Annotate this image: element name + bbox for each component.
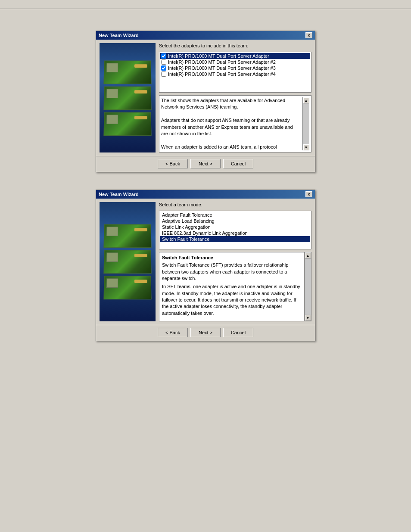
adapter-checkbox-3[interactable] — [161, 65, 166, 71]
dialog-2-cancel-button[interactable]: Cancel — [223, 328, 253, 337]
dialog-1-right-panel: Select the adapters to include in this t… — [159, 43, 311, 152]
card-image-2a — [103, 224, 151, 248]
dialog-2-section-label: Select a team mode: — [159, 202, 311, 207]
scrollbar-down-btn-2[interactable]: ▼ — [305, 315, 311, 321]
dialog-1-next-button[interactable]: Next > — [190, 159, 221, 168]
dialog-2-main-row: Select a team mode: Adapter Fault Tolera… — [100, 202, 311, 321]
sft-para-2: In SFT teams, one adapter is active and … — [162, 283, 302, 317]
adapter-item-4[interactable]: Intel(R) PRO/1000 MT Dual Port Server Ad… — [160, 71, 310, 77]
adapter-item-2[interactable]: Intel(R) PRO/1000 MT Dual Port Server Ad… — [160, 59, 310, 65]
sft-content: Switch Fault Tolerance Switch Fault Tole… — [159, 252, 304, 321]
mode-item-5[interactable]: Switch Fault Tolerance — [160, 236, 310, 242]
card-image-2c — [103, 276, 151, 300]
card-image-2b — [103, 250, 151, 274]
scrollbar-up-btn-2[interactable]: ▲ — [305, 252, 311, 258]
dialog-2-close-button[interactable]: × — [305, 191, 312, 197]
adapter-list: Intel(R) PRO/1000 MT Dual Port Server Ad… — [159, 52, 311, 93]
top-divider — [0, 9, 411, 9]
card-image-2 — [103, 86, 151, 110]
card-stack-1 — [100, 43, 156, 152]
dialog-2-scrollbar: ▲ ▼ — [304, 252, 311, 321]
dialog-1-section-label: Select the adapters to include in this t… — [159, 43, 311, 48]
adapter-label-1: Intel(R) PRO/1000 MT Dual Port Server Ad… — [168, 53, 269, 59]
dialog-2-right-panel: Select a team mode: Adapter Fault Tolera… — [159, 202, 311, 321]
card-image-1 — [103, 60, 151, 84]
dialog-1-titlebar: New Team Wizard × — [96, 31, 315, 40]
adapter-item-1[interactable]: Intel(R) PRO/1000 MT Dual Port Server Ad… — [160, 53, 310, 59]
scrollbar-track-2 — [305, 258, 311, 315]
dialog-2-back-button[interactable]: < Back — [158, 328, 188, 337]
sft-text: Switch Fault Tolerance (SFT) provides a … — [162, 262, 302, 317]
adapter-item-3[interactable]: Intel(R) PRO/1000 MT Dual Port Server Ad… — [160, 65, 310, 71]
mode-item-2[interactable]: Adaptive Load Balancing — [160, 218, 310, 224]
scrollbar-up-btn-1[interactable]: ▲ — [303, 97, 309, 103]
dialog-1-title: New Team Wizard — [99, 33, 139, 38]
dialog-1-content: Select the adapters to include in this t… — [96, 40, 315, 156]
dialog-2-button-row: < Back Next > Cancel — [96, 325, 315, 341]
dialog-1-main-row: Select the adapters to include in this t… — [100, 43, 311, 152]
dialog-2-title: New Team Wizard — [99, 192, 139, 197]
scrollbar-down-btn-1[interactable]: ▼ — [303, 144, 309, 150]
adapter-checkbox-2[interactable] — [161, 59, 166, 65]
mode-item-3[interactable]: Static Link Aggregation — [160, 224, 310, 230]
dialog-2-titlebar: New Team Wizard × — [96, 190, 315, 199]
adapter-label-2: Intel(R) PRO/1000 MT Dual Port Server Ad… — [168, 59, 276, 65]
sft-para-1: Switch Fault Tolerance (SFT) provides a … — [162, 262, 302, 282]
adapter-label-4: Intel(R) PRO/1000 MT Dual Port Server Ad… — [168, 72, 276, 77]
dialog-1: New Team Wizard × Select the adapters to… — [96, 31, 315, 172]
dialog-1-button-row: < Back Next > Cancel — [96, 156, 315, 172]
adapter-checkbox-1[interactable] — [161, 53, 166, 59]
dialog-1-close-button[interactable]: × — [305, 32, 312, 38]
dialog-1-description-box: The list shows the adapters that are ava… — [159, 95, 311, 152]
dialog-1-scrollbar: ▲ ▼ — [302, 97, 309, 150]
page-container: New Team Wizard × Select the adapters to… — [0, 0, 411, 532]
dialog-2-next-button[interactable]: Next > — [190, 328, 221, 337]
mode-item-4[interactable]: IEEE 802.3ad Dynamic Link Aggregation — [160, 230, 310, 236]
sft-description-box: Switch Fault Tolerance Switch Fault Tole… — [159, 252, 311, 321]
sft-title: Switch Fault Tolerance — [162, 255, 302, 260]
dialog-2-content: Select a team mode: Adapter Fault Tolera… — [96, 199, 315, 325]
dialog-1-description-text: The list shows the adapters that are ava… — [161, 97, 301, 150]
dialog-1-back-button[interactable]: < Back — [158, 159, 188, 168]
scrollbar-track-1 — [303, 103, 309, 144]
dialog-2: New Team Wizard × Select a team mode: — [96, 190, 315, 341]
dialog-1-image-panel — [100, 43, 156, 152]
adapter-label-3: Intel(R) PRO/1000 MT Dual Port Server Ad… — [168, 65, 276, 71]
adapter-checkbox-4[interactable] — [161, 72, 166, 77]
dialog-1-cancel-button[interactable]: Cancel — [223, 159, 253, 168]
dialog-2-image-panel — [100, 202, 156, 321]
card-image-3 — [103, 112, 151, 136]
card-stack-2 — [100, 202, 156, 321]
mode-item-1[interactable]: Adapter Fault Tolerance — [160, 212, 310, 218]
mode-list: Adapter Fault Tolerance Adaptive Load Ba… — [159, 211, 311, 249]
